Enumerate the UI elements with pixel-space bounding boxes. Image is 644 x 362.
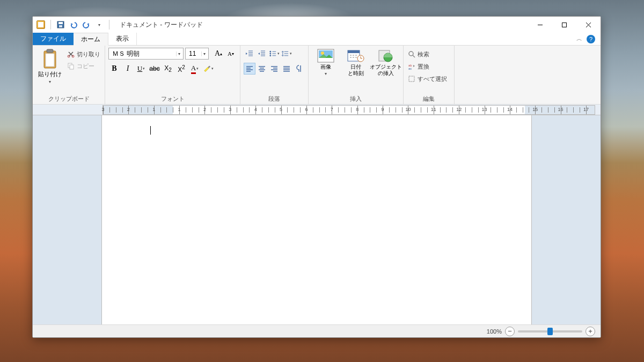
align-left-icon[interactable]: [244, 63, 255, 75]
find-button[interactable]: 検索: [407, 49, 448, 60]
underline-icon[interactable]: U▾: [135, 63, 147, 75]
insert-object-button[interactable]: オブジェクト の挿入: [372, 48, 400, 78]
group-font: ＭＳ 明朝 ▾ 11 ▾ A▴ A▾ B: [105, 46, 240, 104]
tab-file[interactable]: ファイル: [33, 33, 74, 45]
find-label: 検索: [418, 50, 429, 58]
ribbon: 貼り付け ▾ 切り取り コピー クリップボード: [33, 46, 601, 105]
ruler-tick-label: 3: [229, 107, 231, 112]
svg-point-16: [269, 55, 271, 56]
ruler-tick-label: 6: [305, 107, 308, 112]
copy-button[interactable]: コピー: [66, 61, 101, 71]
group-edit: 検索 abac 置換 すべて選択 編集: [404, 46, 455, 104]
ruler-tick-label: 9: [382, 107, 384, 112]
quick-access-toolbar: ▾: [33, 20, 114, 29]
ruler-tick-label: 8: [356, 107, 358, 112]
cut-label: 切り取り: [77, 50, 100, 58]
font-name-value: ＭＳ 明朝: [112, 49, 140, 58]
group-label-clipboard: クリップボード: [36, 94, 101, 103]
undo-icon[interactable]: [69, 20, 78, 29]
superscript-icon[interactable]: X2: [175, 63, 187, 75]
ruler-tick-label: 2: [203, 107, 206, 112]
dropdown-icon: ▾: [201, 51, 207, 56]
align-justify-icon[interactable]: [281, 63, 292, 75]
cut-button[interactable]: 切り取り: [66, 49, 101, 60]
select-all-label: すべて選択: [418, 75, 447, 83]
shrink-font-icon[interactable]: A▾: [225, 48, 237, 60]
ruler-tick-label: 4: [254, 107, 257, 112]
svg-point-15: [269, 53, 271, 55]
svg-rect-9: [46, 54, 54, 67]
svg-rect-2: [59, 25, 62, 27]
status-bar: 100% − +: [33, 324, 601, 337]
svg-rect-1: [58, 22, 63, 24]
select-all-button[interactable]: すべて選択: [407, 73, 448, 84]
close-button[interactable]: [576, 17, 601, 33]
svg-rect-30: [409, 76, 414, 82]
ruler-tick-label: 14: [507, 107, 513, 112]
insert-picture-button[interactable]: 画像 ▾: [312, 48, 340, 77]
svg-text:ac: ac: [408, 67, 412, 70]
align-center-icon[interactable]: [256, 63, 268, 75]
bold-icon[interactable]: B: [108, 63, 120, 75]
decrease-indent-icon[interactable]: [244, 48, 255, 60]
replace-button[interactable]: abac 置換: [407, 61, 448, 72]
app-icon[interactable]: [36, 20, 46, 29]
ruler-tick-label: 5: [280, 107, 282, 112]
italic-icon[interactable]: I: [122, 63, 134, 75]
svg-point-26: [409, 51, 413, 56]
document-page[interactable]: [102, 115, 531, 324]
group-label-edit: 編集: [407, 94, 451, 103]
qat-customize-icon[interactable]: ▾: [94, 20, 104, 29]
strikethrough-icon[interactable]: abc: [149, 63, 160, 75]
svg-rect-21: [348, 50, 360, 53]
zoom-slider[interactable]: [518, 330, 582, 333]
tab-view[interactable]: 表示: [108, 33, 137, 45]
ribbon-tabs: ファイル ホーム 表示 ︿ ?: [33, 33, 601, 46]
ruler-tick-label: 15: [532, 107, 538, 112]
bullet-list-icon[interactable]: ▾: [268, 48, 280, 60]
svg-rect-4: [562, 23, 567, 27]
ruler-tick-label: 16: [558, 107, 564, 112]
font-size-value: 11: [189, 50, 196, 57]
object-label: オブジェクト の挿入: [370, 64, 402, 77]
ruler-tick-label: 17: [583, 107, 589, 112]
group-paragraph: ▾ ▾ 段落: [240, 46, 309, 104]
qat-separator: [109, 20, 109, 29]
group-clipboard: 貼り付け ▾ 切り取り コピー クリップボード: [33, 46, 105, 104]
save-icon[interactable]: [56, 20, 65, 29]
horizontal-ruler[interactable]: 3211234567891011121314151617: [103, 105, 595, 115]
svg-rect-8: [47, 49, 53, 53]
highlight-icon[interactable]: ▾: [202, 63, 214, 75]
ruler-tick-label: 3: [101, 107, 104, 112]
paragraph-dialog-icon[interactable]: [293, 63, 305, 75]
increase-indent-icon[interactable]: [256, 48, 268, 60]
ruler-tick-label: 1: [152, 107, 155, 112]
font-size-combo[interactable]: 11 ▾: [185, 48, 209, 60]
group-label-insert: 挿入: [312, 94, 400, 103]
minimize-button[interactable]: [528, 17, 552, 33]
maximize-button[interactable]: [552, 17, 576, 33]
insert-datetime-button[interactable]: 日付 と時刻: [342, 48, 370, 78]
zoom-out-button[interactable]: −: [505, 327, 515, 336]
replace-label: 置換: [418, 63, 429, 71]
dropdown-icon: ▾: [49, 79, 51, 84]
help-icon[interactable]: ?: [587, 35, 595, 43]
document-workspace: [33, 115, 601, 324]
collapse-ribbon-icon[interactable]: ︿: [576, 35, 582, 43]
svg-rect-13: [70, 65, 74, 69]
paste-button[interactable]: 貼り付け ▾: [36, 48, 64, 85]
ruler-tick-label: 11: [431, 107, 436, 112]
ruler-tick-label: 2: [127, 107, 130, 112]
picture-label: 画像: [320, 64, 331, 70]
line-spacing-icon[interactable]: ▾: [281, 48, 292, 60]
font-name-combo[interactable]: ＭＳ 明朝 ▾: [108, 48, 184, 60]
align-right-icon[interactable]: [268, 63, 280, 75]
window-controls: [528, 17, 601, 33]
zoom-slider-thumb[interactable]: [547, 328, 553, 335]
font-color-icon[interactable]: A▾: [189, 63, 201, 75]
grow-font-icon[interactable]: A▴: [213, 48, 224, 60]
subscript-icon[interactable]: X2: [162, 63, 174, 75]
redo-icon[interactable]: [82, 20, 91, 29]
zoom-in-button[interactable]: +: [586, 327, 595, 336]
tab-home[interactable]: ホーム: [74, 33, 108, 46]
